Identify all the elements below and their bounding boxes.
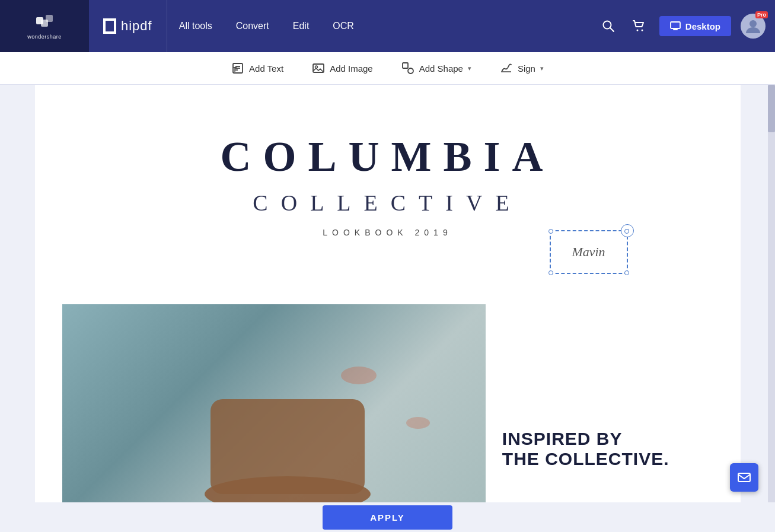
- avatar-icon: [745, 18, 761, 34]
- sig-handle-tl[interactable]: [548, 229, 553, 234]
- desktop-icon: [670, 21, 681, 31]
- sign-label: Sign: [518, 63, 535, 74]
- chair-svg: [62, 304, 486, 502]
- add-shape-button[interactable]: Add Shape ▾: [401, 62, 471, 75]
- add-image-icon: [312, 62, 325, 75]
- desktop-label: Desktop: [685, 21, 720, 31]
- add-shape-icon: [401, 62, 414, 75]
- add-image-button[interactable]: Add Image: [312, 62, 373, 75]
- add-text-button[interactable]: T Add Text: [231, 62, 283, 75]
- svg-point-10: [750, 20, 757, 27]
- scrollbar-thumb[interactable]: [768, 85, 775, 132]
- search-icon: [602, 20, 615, 33]
- svg-rect-23: [211, 399, 365, 494]
- add-shape-chevron: ▾: [468, 65, 471, 72]
- svg-point-6: [641, 30, 643, 31]
- wondershare-label: wondershare: [27, 34, 62, 40]
- inspired-line1: INSPIRED BY: [502, 429, 669, 449]
- desktop-button[interactable]: Desktop: [659, 16, 731, 36]
- svg-rect-2: [46, 15, 53, 22]
- nav-links: All tools Convert Edit OCR: [167, 18, 598, 34]
- inspired-text: INSPIRED BY THE COLLECTIVE.: [502, 429, 669, 469]
- sig-handle-br[interactable]: [624, 270, 629, 275]
- main-content: COLUMBIA COLLECTIVE LOOKBOOK 2019 × Mavi…: [0, 85, 775, 502]
- svg-rect-29: [738, 473, 750, 482]
- svg-rect-7: [671, 22, 680, 28]
- svg-point-28: [406, 417, 430, 429]
- top-navbar: wondershare hipdf All tools Convert Edit…: [0, 0, 775, 52]
- sign-icon: [500, 62, 513, 75]
- add-shape-label: Add Shape: [419, 63, 463, 74]
- signature-box[interactable]: × Mavin: [550, 230, 628, 274]
- apply-button[interactable]: APPLY: [323, 505, 452, 530]
- signature-text: Mavin: [572, 244, 605, 260]
- ws-logo: wondershare: [27, 12, 62, 40]
- wondershare-brand[interactable]: wondershare: [0, 0, 89, 52]
- svg-point-27: [341, 367, 377, 384]
- lookbook-text: LOOKBOOK 2019: [35, 228, 741, 237]
- nav-all-tools[interactable]: All tools: [179, 18, 212, 34]
- nav-convert[interactable]: Convert: [236, 18, 269, 34]
- sign-button[interactable]: Sign ▾: [500, 62, 544, 75]
- email-fab-button[interactable]: [730, 463, 758, 492]
- sig-handle-tr[interactable]: [624, 229, 629, 234]
- chair-photo: [62, 304, 486, 502]
- sign-chevron: ▾: [540, 65, 544, 72]
- hipdf-name: hipdf: [121, 18, 152, 34]
- hipdf-logo-inner: [106, 21, 114, 31]
- add-text-icon: T: [231, 62, 244, 75]
- nav-actions: Desktop Pro: [598, 14, 775, 39]
- search-button[interactable]: [598, 15, 619, 37]
- cart-button[interactable]: [629, 15, 650, 37]
- sig-handle-bl[interactable]: [548, 270, 553, 275]
- pro-badge: Pro: [755, 11, 768, 18]
- scrollbar-track[interactable]: [768, 85, 775, 502]
- svg-rect-18: [403, 63, 408, 68]
- hipdf-logo-box: [103, 18, 116, 34]
- svg-rect-19: [408, 68, 413, 74]
- svg-point-17: [315, 66, 318, 68]
- columbia-title: COLUMBIA: [35, 132, 741, 181]
- user-avatar-wrap[interactable]: Pro: [741, 14, 766, 39]
- pdf-canvas: COLUMBIA COLLECTIVE LOOKBOOK 2019 × Mavi…: [35, 85, 741, 502]
- cart-icon: [632, 19, 646, 33]
- email-icon: [737, 470, 751, 485]
- svg-text:T: T: [233, 66, 237, 73]
- apply-bar: APPLY: [0, 502, 775, 532]
- svg-rect-8: [673, 29, 678, 30]
- editor-toolbar: T Add Text Add Image Add Shape ▾: [0, 52, 775, 85]
- nav-ocr[interactable]: OCR: [333, 18, 354, 34]
- svg-point-5: [636, 30, 638, 31]
- inspired-line2: THE COLLECTIVE.: [502, 449, 669, 469]
- add-image-label: Add Image: [330, 63, 373, 74]
- svg-line-4: [610, 28, 614, 31]
- collective-subtitle: COLLECTIVE: [35, 190, 741, 216]
- nav-edit[interactable]: Edit: [293, 18, 310, 34]
- add-text-label: Add Text: [249, 63, 283, 74]
- hipdf-brand[interactable]: hipdf: [89, 0, 167, 52]
